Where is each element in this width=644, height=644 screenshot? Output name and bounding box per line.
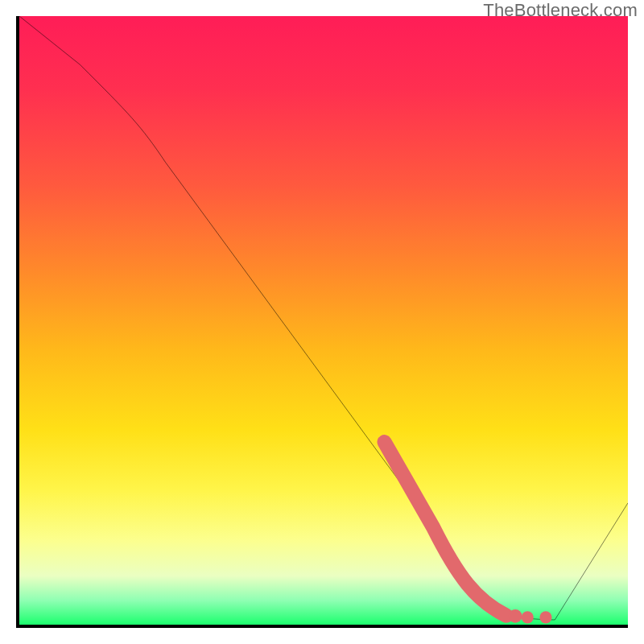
- chart-svg: [19, 16, 628, 625]
- plot-area: [16, 16, 628, 628]
- match-zone-dot: [509, 609, 522, 623]
- match-zone-dot: [522, 611, 534, 623]
- match-zone-dot: [539, 611, 551, 623]
- chart-stage: TheBottleneck.com: [0, 0, 644, 644]
- bottleneck-curve-line: [19, 16, 628, 620]
- match-zone-highlight: [385, 442, 506, 615]
